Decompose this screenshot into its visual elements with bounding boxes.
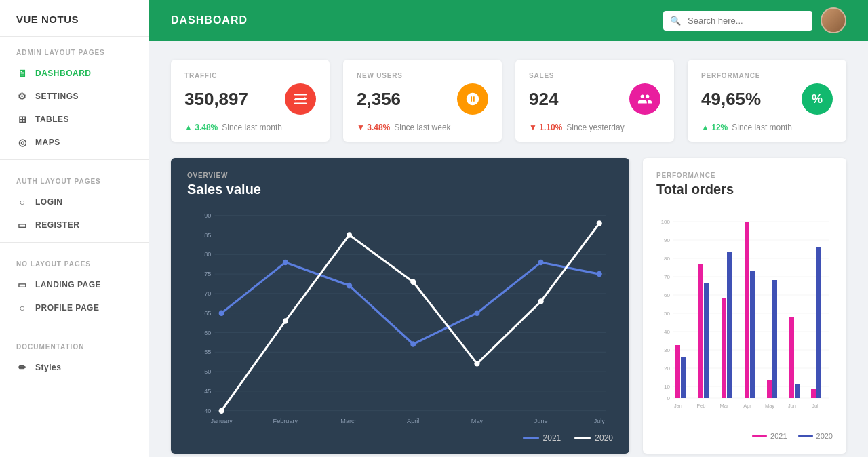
legend-dot-2020 xyxy=(574,437,591,439)
svg-text:July: July xyxy=(594,418,606,424)
stat-card-traffic: TRAFFIC 350,897 ▲ 3.48% Since last month xyxy=(171,60,330,142)
svg-point-36 xyxy=(538,260,544,266)
stat-change-newusers: ▼ 3.48% xyxy=(357,123,390,132)
sidebar-label-styles: Styles xyxy=(35,363,61,372)
content-area: TRAFFIC 350,897 ▲ 3.48% Since last month… xyxy=(149,41,868,457)
sidebar-section-nolayout: NO LAYOUT PAGES xyxy=(0,248,149,273)
svg-text:75: 75 xyxy=(204,271,211,277)
stat-value-performance: 49,65% xyxy=(701,89,761,110)
charts-row: OVERVIEW Sales value xyxy=(171,158,846,454)
stat-since-performance: Since last month xyxy=(732,123,792,132)
bar-jan-2020 xyxy=(681,357,686,398)
stat-card-sales: SALES 924 ▼ 1.10% Since yesterday xyxy=(515,60,674,142)
svg-text:70: 70 xyxy=(664,274,670,280)
sidebar-item-register[interactable]: ▭ REGISTER xyxy=(0,214,149,237)
search-input[interactable] xyxy=(663,11,812,31)
perf-legend-2021: 2021 xyxy=(752,432,787,440)
svg-text:May: May xyxy=(765,403,774,409)
svg-text:June: June xyxy=(534,418,548,424)
search-icon: 🔍 xyxy=(670,16,681,26)
landing-icon: ▭ xyxy=(16,279,28,290)
svg-point-39 xyxy=(283,318,288,324)
stat-value-row-sales: 924 xyxy=(529,83,660,115)
svg-text:Jan: Jan xyxy=(674,403,682,409)
svg-text:40: 40 xyxy=(664,329,670,335)
sidebar-section-admin: ADMIN LAYOUT PAGES xyxy=(0,37,149,62)
bar-jul-2021 xyxy=(811,389,816,398)
stat-value-row-traffic: 350,897 xyxy=(184,83,316,115)
search-wrap: 🔍 xyxy=(663,11,812,31)
overview-chart-area: 90 85 80 75 70 65 60 55 50 45 40 January… xyxy=(187,208,613,425)
svg-text:Jun: Jun xyxy=(788,403,796,409)
table-icon: ⊞ xyxy=(16,114,28,125)
sidebar-label-maps: MAPS xyxy=(35,138,60,147)
svg-text:30: 30 xyxy=(664,347,670,353)
avatar-image xyxy=(822,9,845,32)
header: DASHBOARD 🔍 xyxy=(149,0,868,41)
stat-change-sales: ▼ 1.10% xyxy=(529,123,562,132)
sidebar-divider-1 xyxy=(0,159,149,160)
svg-text:40: 40 xyxy=(204,408,211,414)
login-icon: ○ xyxy=(16,197,28,207)
svg-text:80: 80 xyxy=(664,256,670,262)
svg-text:90: 90 xyxy=(664,237,670,243)
bar-chart-area: 100 90 80 70 60 50 40 30 20 10 0 xyxy=(656,208,833,425)
overview-legend: 2021 2020 xyxy=(187,433,613,443)
perf-legend-2020: 2020 xyxy=(798,432,833,440)
bar-feb-2021 xyxy=(698,264,703,398)
svg-point-42 xyxy=(474,361,479,367)
perf-chart-title: Total orders xyxy=(656,182,833,197)
sidebar-item-maps[interactable]: ◎ MAPS xyxy=(0,131,149,154)
stat-label-performance: PERFORMANCE xyxy=(701,72,833,79)
svg-text:55: 55 xyxy=(204,349,211,355)
svg-text:Apr: Apr xyxy=(743,403,751,409)
stat-card-performance: PERFORMANCE 49,65% % ▲ 12% Since last mo… xyxy=(688,60,846,142)
stat-since-newusers: Since last week xyxy=(394,123,450,132)
svg-rect-0 xyxy=(294,94,307,96)
svg-point-34 xyxy=(410,341,416,347)
svg-text:90: 90 xyxy=(204,212,211,219)
perf-legend-label-2020: 2020 xyxy=(816,432,833,440)
sidebar-item-profile[interactable]: ○ PROFILE PAGE xyxy=(0,296,149,319)
bar-mar-2021 xyxy=(722,298,726,398)
stat-value-row-newusers: 2,356 xyxy=(357,83,488,115)
sidebar-item-settings[interactable]: ⚙ SETTINGS xyxy=(0,85,149,108)
sidebar-item-dashboard[interactable]: 🖥 DASHBOARD xyxy=(0,62,149,85)
svg-rect-1 xyxy=(294,103,307,104)
header-actions: 🔍 xyxy=(663,7,846,33)
stats-row: TRAFFIC 350,897 ▲ 3.48% Since last month… xyxy=(171,60,846,142)
sidebar-item-login[interactable]: ○ LOGIN xyxy=(0,191,149,214)
perf-legend-label-2021: 2021 xyxy=(770,432,787,440)
svg-text:60: 60 xyxy=(204,329,211,336)
sidebar-item-landing[interactable]: ▭ LANDING PAGE xyxy=(0,273,149,296)
sidebar-item-tables[interactable]: ⊞ TABLES xyxy=(0,108,149,131)
main-content: DASHBOARD 🔍 TRAFFIC 350,897 xyxy=(149,0,868,457)
svg-text:80: 80 xyxy=(204,251,211,258)
legend-2020: 2020 xyxy=(574,433,613,443)
stat-footer-newusers: ▼ 3.48% Since last week xyxy=(357,123,488,132)
legend-2021: 2021 xyxy=(523,433,561,443)
stat-value-newusers: 2,356 xyxy=(357,89,401,110)
svg-text:100: 100 xyxy=(661,219,671,225)
avatar[interactable] xyxy=(821,7,846,33)
page-title: DASHBOARD xyxy=(171,14,248,26)
bar-apr-2020 xyxy=(750,271,755,398)
sidebar-item-styles[interactable]: ✏ Styles xyxy=(0,356,149,379)
stat-card-newusers: NEW USERS 2,356 ▼ 3.48% Since last week xyxy=(343,60,502,142)
stat-label-sales: SALES xyxy=(529,72,660,79)
bar-jun-2020 xyxy=(795,384,800,398)
sidebar-label-profile: PROFILE PAGE xyxy=(35,303,99,313)
sidebar-label-settings: SETTINGS xyxy=(35,92,79,101)
svg-point-44 xyxy=(597,220,602,226)
gear-icon: ⚙ xyxy=(16,91,28,102)
bar-may-2020 xyxy=(772,280,777,398)
svg-text:0: 0 xyxy=(667,395,671,401)
stat-footer-performance: ▲ 12% Since last month xyxy=(701,123,833,132)
sidebar-label-tables: TABLES xyxy=(35,115,69,124)
overview-section-label: OVERVIEW xyxy=(187,172,613,179)
svg-text:50: 50 xyxy=(664,311,670,317)
svg-text:10: 10 xyxy=(664,384,670,390)
map-icon: ◎ xyxy=(16,137,28,148)
stat-since-sales: Since yesterday xyxy=(566,123,624,132)
bar-feb-2020 xyxy=(704,283,709,398)
